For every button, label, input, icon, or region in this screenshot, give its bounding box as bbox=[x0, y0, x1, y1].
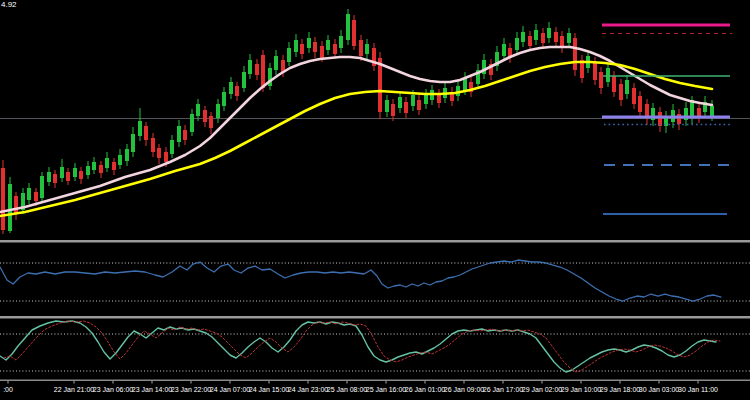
trading-chart-window: 4.92 :0022 Jan 21:0023 Jan 06:0023 Jan 1… bbox=[0, 0, 750, 400]
stochastic-signal-line bbox=[4, 321, 720, 372]
stochastic-main-line bbox=[0, 321, 716, 372]
momentum-line bbox=[0, 260, 721, 301]
ma-fast-pink-line bbox=[0, 47, 712, 212]
time-axis-ticks bbox=[8, 381, 699, 384]
chart-price-label: 4.92 bbox=[1, 1, 17, 9]
candlestick-chart-canvas[interactable] bbox=[0, 0, 750, 400]
panel-separators bbox=[0, 240, 750, 381]
ma-slow-yellow-line bbox=[0, 62, 712, 216]
candles-layer bbox=[1, 9, 714, 234]
